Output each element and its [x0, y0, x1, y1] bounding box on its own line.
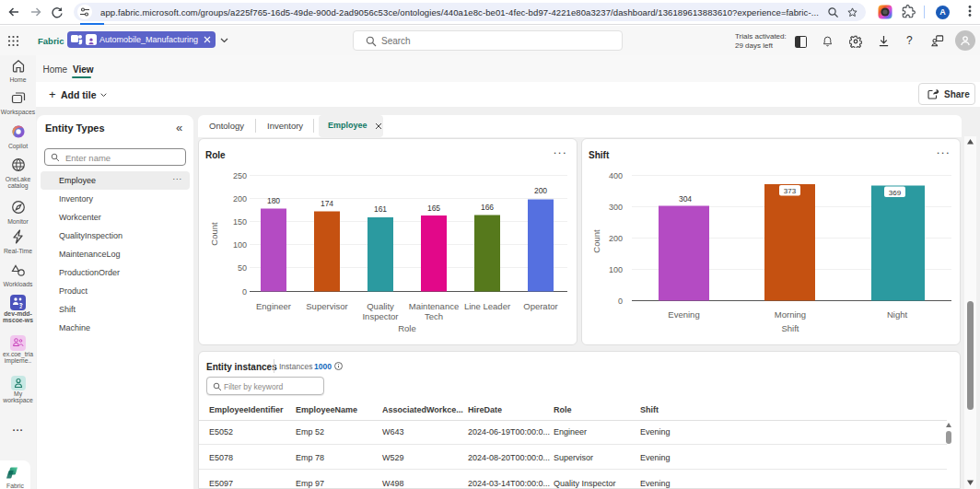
svg-text:200: 200	[534, 186, 547, 195]
svg-text:304: 304	[679, 194, 692, 204]
svg-text:2: 2	[78, 40, 81, 45]
svg-text:Line Leader: Line Leader	[464, 301, 510, 311]
svg-text:165: 165	[427, 204, 440, 213]
svg-text:50: 50	[238, 263, 247, 273]
svg-text:161: 161	[374, 204, 387, 214]
svg-text:174: 174	[321, 199, 333, 208]
svg-text:Supervisor: Supervisor	[306, 301, 347, 311]
svg-text:369: 369	[889, 189, 902, 197]
svg-text:Operator: Operator	[523, 301, 558, 311]
svg-text:Count: Count	[209, 222, 219, 246]
svg-text:Count: Count	[591, 229, 601, 253]
svg-text:Morning: Morning	[775, 309, 806, 320]
svg-text:166: 166	[481, 203, 494, 212]
svg-text:Maintenance: Maintenance	[409, 301, 459, 311]
svg-text:250: 250	[233, 171, 247, 180]
svg-text:Tech: Tech	[425, 311, 443, 321]
svg-text:Engineer: Engineer	[256, 301, 291, 311]
svg-text:100: 100	[233, 240, 247, 250]
svg-text:200: 200	[609, 234, 623, 243]
svg-text:400: 400	[609, 171, 623, 180]
svg-text:300: 300	[609, 203, 623, 212]
svg-text:0: 0	[618, 297, 623, 306]
svg-text:2: 2	[19, 304, 22, 309]
svg-text:Shift: Shift	[781, 323, 799, 333]
svg-text:Quality: Quality	[367, 301, 394, 311]
svg-text:100: 100	[609, 265, 623, 274]
svg-text:Inspector: Inspector	[362, 311, 398, 321]
svg-text:Role: Role	[398, 323, 416, 333]
svg-text:Evening: Evening	[668, 309, 699, 320]
svg-text:373: 373	[784, 187, 797, 195]
svg-text:180: 180	[267, 196, 280, 205]
svg-text:200: 200	[233, 194, 247, 204]
svg-text:150: 150	[233, 217, 247, 227]
svg-text:0: 0	[242, 287, 247, 297]
svg-text:Night: Night	[887, 309, 908, 320]
